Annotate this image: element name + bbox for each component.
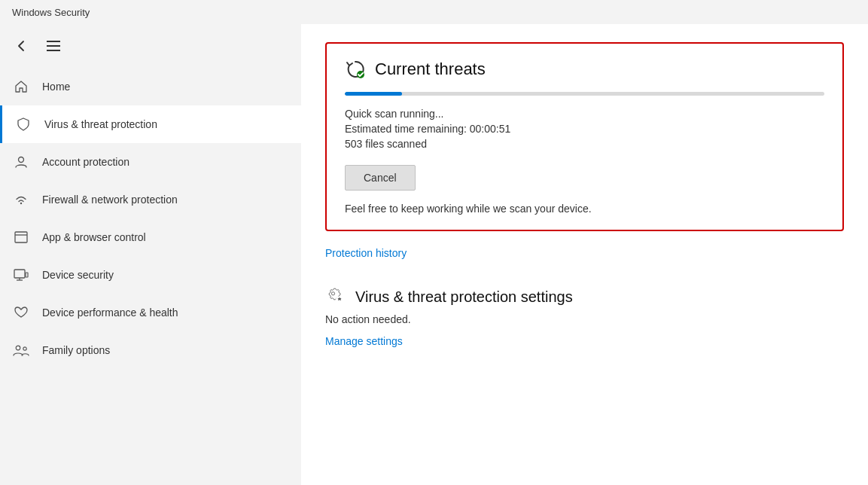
threats-title: Current threats: [375, 59, 486, 79]
settings-section: Virus & threat protection settings No ac…: [325, 286, 844, 348]
svg-rect-7: [26, 273, 28, 277]
sidebar-item-app-browser[interactable]: App & browser control: [0, 218, 301, 256]
scan-line-1: Quick scan running...: [345, 108, 824, 120]
settings-status: No action needed.: [325, 313, 844, 325]
home-icon: [12, 78, 30, 96]
settings-header: Virus & threat protection settings: [325, 286, 844, 307]
sidebar-item-firewall[interactable]: Firewall & network protection: [0, 181, 301, 218]
back-arrow-icon: [15, 39, 29, 53]
scan-line-2: Estimated time remaining: 00:00:51: [345, 123, 824, 135]
progress-bar-container: [345, 92, 824, 96]
threats-header: Current threats: [345, 59, 824, 80]
device-icon: [12, 266, 30, 284]
person-icon: [12, 153, 30, 171]
settings-title: Virus & threat protection settings: [355, 288, 573, 306]
scan-line-3: 503 files scanned: [345, 138, 824, 150]
svg-point-9: [23, 347, 26, 350]
sidebar-item-account-label: Account protection: [42, 156, 129, 168]
sidebar-item-home[interactable]: Home: [0, 68, 301, 105]
sidebar-item-account-protection[interactable]: Account protection: [0, 143, 301, 181]
heart-icon: [12, 304, 30, 322]
current-threats-box: Current threats Quick scan running... Es…: [325, 42, 844, 231]
hamburger-line: [47, 41, 60, 42]
hamburger-line: [47, 45, 60, 47]
sidebar-item-family-label: Family options: [42, 344, 110, 356]
sidebar-item-virus-label: Virus & threat protection: [44, 118, 157, 130]
back-button[interactable]: [12, 36, 32, 56]
sidebar-item-home-label: Home: [42, 81, 70, 93]
svg-rect-2: [15, 232, 27, 242]
title-bar: Windows Security: [0, 0, 868, 24]
sidebar-item-virus-threat[interactable]: Virus & threat protection: [0, 105, 301, 143]
sidebar-item-device-security-label: Device security: [42, 269, 114, 281]
sidebar: Home Virus & threat protection Account p…: [0, 24, 301, 485]
hamburger-button[interactable]: [44, 38, 63, 54]
progress-bar-fill: [345, 92, 402, 96]
family-icon: [12, 341, 30, 359]
main-content: Current threats Quick scan running... Es…: [301, 24, 868, 485]
sidebar-controls: [0, 30, 301, 68]
sidebar-item-family[interactable]: Family options: [0, 331, 301, 369]
sidebar-item-device-performance[interactable]: Device performance & health: [0, 294, 301, 331]
app-container: Home Virus & threat protection Account p…: [0, 24, 868, 485]
svg-point-11: [331, 292, 334, 295]
svg-point-0: [19, 157, 24, 163]
scan-note: Feel free to keep working while we scan …: [345, 203, 824, 215]
cancel-button[interactable]: Cancel: [345, 165, 416, 191]
hamburger-line: [47, 50, 60, 51]
svg-point-8: [16, 346, 20, 350]
browser-icon: [12, 228, 30, 246]
sidebar-item-device-performance-label: Device performance & health: [42, 307, 178, 319]
protection-history-link[interactable]: Protection history: [325, 247, 407, 259]
sidebar-item-app-browser-label: App & browser control: [42, 231, 146, 243]
sidebar-item-device-security[interactable]: Device security: [0, 256, 301, 294]
sidebar-item-firewall-label: Firewall & network protection: [42, 194, 178, 206]
shield-icon: [14, 115, 32, 133]
threats-icon: [345, 59, 366, 80]
svg-point-1: [20, 203, 22, 204]
manage-settings-link[interactable]: Manage settings: [325, 335, 403, 347]
wifi-icon: [12, 191, 30, 209]
svg-rect-4: [14, 270, 25, 278]
settings-gear-icon: [325, 286, 346, 307]
app-title: Windows Security: [12, 7, 90, 18]
